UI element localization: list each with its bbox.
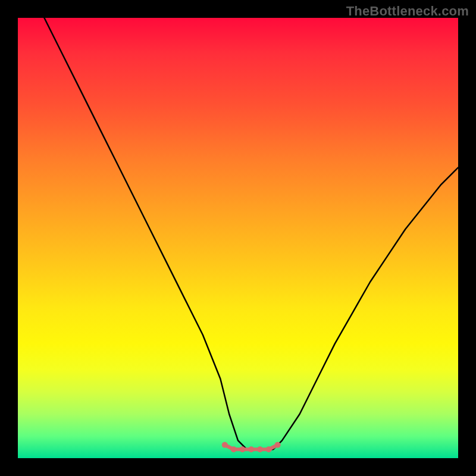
svg-point-3 — [248, 446, 254, 452]
chart-frame: TheBottleneck.com — [0, 0, 476, 476]
plot-area — [18, 18, 458, 458]
svg-point-4 — [257, 446, 263, 452]
svg-point-6 — [275, 442, 281, 448]
bottleneck-curve-line — [44, 18, 458, 449]
watermark-text: TheBottleneck.com — [346, 4, 469, 19]
svg-point-0 — [222, 442, 228, 448]
svg-point-1 — [231, 446, 237, 452]
curve-svg — [18, 18, 458, 458]
tolerance-markers — [222, 442, 281, 452]
svg-point-5 — [266, 446, 272, 452]
svg-point-2 — [239, 446, 245, 452]
